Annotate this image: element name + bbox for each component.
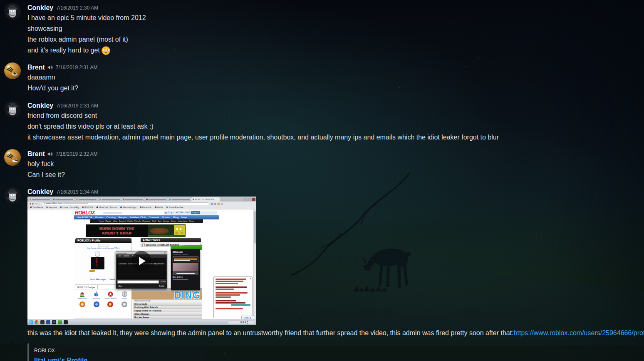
banner-image: [148, 224, 186, 237]
chat-message-group: Conkley 7/16/2019 2:34 AM ROBLOX - ROBLO…: [0, 187, 644, 361]
back-icon: ◀: [29, 202, 31, 205]
card-slider: [173, 279, 188, 280]
profile-url: http://www.roblox.com/User.aspx?ID=1: [75, 247, 131, 249]
avatar-conkley[interactable]: [4, 187, 21, 204]
building-big-text: DING: [174, 289, 201, 299]
badge-bricksmith: Bricksmith: [89, 291, 103, 300]
chat-message-group: Brent 7/16/2019 2:32 AM holy fuck Can I …: [0, 149, 644, 180]
inbox-count-icon: [171, 212, 172, 214]
url-box: www.roblox.com: [42, 202, 210, 205]
avatar-conkley[interactable]: [4, 101, 21, 117]
timestamp: 7/16/2019 2:31 AM: [56, 103, 98, 109]
badge-icon: [79, 301, 85, 307]
bookmark-item: Webmail Login: [120, 206, 136, 209]
bookmark-item: MineCraft | Forums: [97, 206, 117, 209]
homestead-icon: [79, 291, 85, 297]
bookmark-item: ROBLOX: [82, 206, 93, 209]
refresh-icon: ⟳: [35, 202, 37, 205]
place-row: Happy Home in Robloxia: [133, 309, 202, 312]
clock: [247, 321, 253, 324]
embed-title-link[interactable]: IltaLumi's Profile: [34, 357, 199, 361]
roblox-subnav-item: Groups: [163, 220, 169, 222]
username[interactable]: Conkley: [27, 188, 53, 196]
chrome-icon: [35, 320, 39, 324]
avatar-conkley[interactable]: [4, 3, 21, 20]
badge-icon: [94, 301, 99, 307]
bookmark-item: Netflix: [155, 206, 163, 209]
place-row: Crossroads: [133, 302, 202, 306]
profile-panel-title: ROBLOX's Profile: [75, 238, 131, 243]
character-torso: ROBLOX: [91, 257, 104, 269]
roblox-nav-item: My ROBLOX: [77, 216, 92, 219]
admin-input-row: SEND: [117, 280, 166, 284]
badges-panel: Homestead Bricksmith Combat Initiation: [75, 289, 132, 319]
card-button-blur: [173, 272, 198, 275]
roblox-nav-item: Blog: [173, 216, 178, 219]
badge-icon: [121, 301, 127, 307]
taskbar-app-icon: [58, 320, 62, 324]
account-status-bar: 1 2 +63,749 2,061 Logout: [164, 211, 217, 214]
veteran-icon: [121, 291, 128, 297]
roblox-subnav-item: Profile: [127, 220, 133, 222]
message-line: I have an epic 5 minute video from 2012: [27, 12, 644, 23]
roblox-nav-item: Contests: [149, 216, 159, 219]
video-attachment[interactable]: ROBLOX - ROBLOX ◀ ▶ ⟳ ⌂ www.roblox.com: [27, 197, 256, 325]
message-line: this was the idiot that leaked it, they …: [27, 328, 644, 339]
message-line: How'd you get it?: [27, 83, 644, 94]
roblox-nav-item: Games: [95, 216, 104, 219]
bookmark-item: Social-Paradise: [166, 206, 183, 209]
username[interactable]: Brent: [27, 64, 45, 71]
message-line: friend from discord sent: [27, 110, 644, 121]
message-count-icon: [165, 212, 167, 214]
extension-icon: [211, 203, 213, 205]
logout-button: Logout: [191, 211, 200, 214]
admin-text-input: [117, 280, 159, 284]
embed-provider: ROBLOX: [34, 348, 199, 354]
chat-message-group: Conkley 7/16/2019 2:31 AM friend from di…: [0, 101, 644, 143]
username[interactable]: Conkley: [27, 102, 53, 110]
speaker-icon: [47, 151, 53, 157]
system-tray: [228, 320, 255, 324]
message-line: daaaamn: [27, 72, 644, 83]
close-icon: [252, 198, 255, 201]
bricksmith-icon: [93, 291, 99, 297]
username[interactable]: Brent: [27, 150, 45, 158]
roblox-subnav-item: Advertising: [178, 220, 187, 222]
flushed-emoji-icon: [102, 46, 110, 55]
close-icon: [164, 252, 166, 254]
roblox-nav-item: People: [119, 216, 127, 219]
taskbar-app-icon: [40, 320, 45, 324]
roblox-nav-item: Catalog: [107, 216, 116, 219]
play-button[interactable]: [131, 251, 151, 271]
avatar-brent[interactable]: [4, 62, 21, 79]
windows-taskbar: Ps: [27, 319, 256, 325]
message-line: don't spread this video pls or at least …: [27, 121, 644, 132]
page-scrollbar: [253, 209, 256, 319]
browser-address-bar: ◀ ▶ ⟳ ⌂ www.roblox.com: [27, 202, 256, 206]
close-icon: [250, 278, 251, 279]
blog-entries-label: Blog Entries: [173, 276, 198, 278]
profile-link[interactable]: https://www.roblox.com/users/25964666/pr…: [514, 328, 644, 339]
message-line: it showcases asset moderation, admin pan…: [27, 132, 644, 143]
card-image: [173, 263, 198, 271]
message-header: Conkley 7/16/2019 2:30 AM: [27, 3, 644, 12]
photoshop-icon: Ps: [52, 320, 56, 324]
roblox-subnav-item: Share: [189, 220, 194, 222]
avatar-brent[interactable]: [4, 149, 21, 166]
timestamp: 7/16/2019 2:31 AM: [56, 65, 98, 70]
chat-message-group: Conkley 7/16/2019 2:30 AM I have an epic…: [0, 3, 644, 56]
forward-icon: ▶: [32, 202, 35, 205]
card-ad-blur: [173, 256, 198, 262]
message-line: holy fuck: [27, 159, 644, 169]
roblox-nav-item: Help: [181, 216, 187, 219]
message-line: and it's really hard to get: [27, 45, 644, 56]
browser-tab: [145, 197, 168, 202]
browser-tab: [75, 197, 98, 202]
extension-icon: [218, 203, 220, 205]
taskbar-app-icon: [29, 320, 33, 324]
browser-tab: [121, 197, 144, 202]
roblox-subnav-item: Inbox: [113, 220, 117, 222]
username[interactable]: Conkley: [27, 4, 53, 12]
roblox-subnav-item: Home: [99, 220, 104, 222]
roblox-subnav-item: Sets: [158, 220, 161, 222]
